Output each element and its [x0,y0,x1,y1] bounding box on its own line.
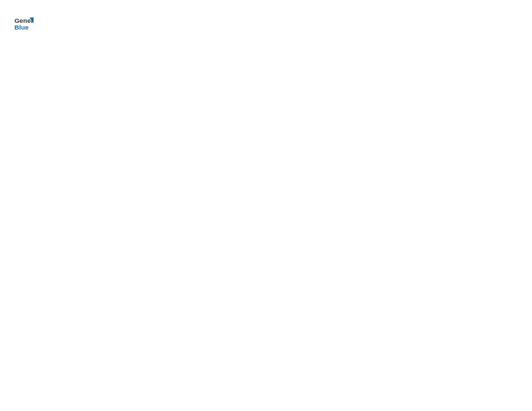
svg-text:Blue: Blue [15,24,30,31]
header: General Blue [13,13,519,34]
logo: General Blue [13,13,34,34]
logo-icon: General Blue [13,13,34,34]
